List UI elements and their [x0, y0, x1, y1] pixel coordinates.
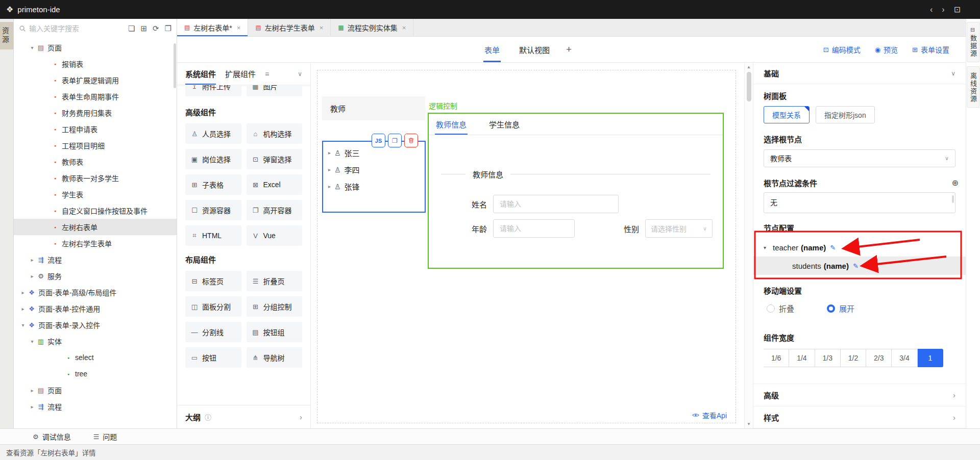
refresh-icon[interactable]: ⟳: [153, 24, 159, 33]
tree-expand-icon[interactable]: ▾: [28, 45, 36, 50]
post-select-item[interactable]: ▣ 岗位选择: [185, 149, 241, 169]
org-select-item[interactable]: ⌂ 机构选择: [247, 123, 303, 144]
chevron-right-icon[interactable]: ›: [300, 413, 302, 421]
tree-item[interactable]: ● 表单扩展逻辑调用: [14, 72, 177, 88]
tree-item[interactable]: ● 自定义窗口操作按钮及事件: [14, 202, 177, 219]
preview-button[interactable]: ◉ 预览: [875, 44, 898, 55]
outline-footer[interactable]: 大纲 ⓘ ›: [177, 405, 310, 428]
props-section-advanced[interactable]: 高级 ›: [753, 384, 966, 406]
delete-button[interactable]: [404, 134, 418, 147]
tree-mode-button[interactable]: 模型关系: [764, 106, 810, 123]
tree-item[interactable]: ▾ ▥ 实体: [14, 333, 177, 349]
width-option[interactable]: 2/3: [866, 349, 892, 367]
scroll-up-icon[interactable]: ▲: [745, 65, 753, 69]
radio-option[interactable]: 折叠: [767, 303, 794, 314]
tree-item[interactable]: ● 工程项目明细: [14, 137, 177, 154]
divider-item[interactable]: ― 分割线: [185, 322, 241, 342]
tree-item[interactable]: ▸ ❖ 页面-表单-高级/布局组件: [14, 284, 177, 300]
radio-option[interactable]: 展开: [827, 303, 854, 314]
width-option[interactable]: 1/3: [815, 349, 841, 367]
tree-item[interactable]: ● 学生表: [14, 186, 177, 202]
props-section-basic[interactable]: 基础 ∨: [753, 63, 966, 84]
html-item[interactable]: ⌗ HTML: [185, 225, 241, 246]
close-icon[interactable]: ×: [237, 24, 241, 32]
search-input[interactable]: [29, 24, 125, 33]
palette-item[interactable]: ▦ 图片: [247, 85, 303, 96]
tree-expand-icon[interactable]: ▸: [28, 257, 36, 263]
node-config-row[interactable]: ▾ teacher (name) ✎: [753, 238, 966, 257]
sidebar-scrollbar-thumb[interactable]: [174, 43, 176, 88]
node-config-row[interactable]: students (name) ✎: [753, 257, 966, 275]
collapse-all-icon[interactable]: ❐: [165, 24, 172, 33]
document-tab[interactable]: ▦ 流程实例实体集 ×: [331, 19, 413, 36]
tree-item[interactable]: ● 工程申请表: [14, 121, 177, 137]
tree-item[interactable]: ▸ ⇶ 流程: [14, 398, 177, 415]
tree-item[interactable]: ● 左树右表单: [14, 219, 177, 235]
tree-expand-icon[interactable]: ▸: [28, 404, 36, 410]
canvas-scrollbar[interactable]: ▲ ▼: [744, 63, 753, 428]
root-node-select[interactable]: 教师表 ∨: [764, 149, 955, 167]
code-mode-button[interactable]: ⊡ 编码模式: [823, 44, 861, 55]
import-page-icon[interactable]: ❏: [128, 24, 135, 33]
collapse-item[interactable]: ☰ 折叠页: [247, 271, 303, 291]
tree-item[interactable]: ● 左树右学生表单: [14, 235, 177, 251]
tree-item[interactable]: ▸ ⇶ 流程: [14, 251, 177, 268]
view-tab[interactable]: 默认视图: [518, 37, 551, 62]
tree-item[interactable]: ● tree: [14, 366, 177, 382]
tree-expand-icon[interactable]: ▸: [19, 290, 27, 295]
add-view-button[interactable]: +: [566, 37, 572, 62]
palette-tab[interactable]: 系统组件: [185, 63, 216, 85]
width-option[interactable]: 1/6: [764, 349, 789, 367]
palette-item[interactable]: ↥ 附件上传: [185, 85, 241, 96]
age-field-input[interactable]: [493, 219, 575, 238]
offline-resource-tab[interactable]: 离线资源: [967, 66, 979, 108]
resource-container-item[interactable]: ☐ 资源容器: [185, 200, 241, 220]
data-source-tab[interactable]: ⊟ 数据源: [967, 22, 979, 62]
bottom-panel-tab[interactable]: ☰ 问题: [93, 431, 117, 442]
name-field-input[interactable]: [493, 195, 619, 213]
form-design-canvas[interactable]: 教师 JS ❐ ▸ ♙ 张: [311, 63, 744, 428]
tabs-item[interactable]: ⊟ 标签页: [185, 271, 241, 291]
tree-item[interactable]: ▾ ▤ 页面: [14, 39, 177, 56]
copy-button[interactable]: ❐: [388, 134, 402, 147]
tree-item[interactable]: ▸ ▤ 页面: [14, 382, 177, 398]
edit-icon[interactable]: ✎: [830, 244, 836, 251]
gender-select[interactable]: 请选择性别 ∨: [645, 219, 713, 238]
sub-table-item[interactable]: ⊞ 子表格: [185, 174, 241, 195]
tree-item[interactable]: ▾ ❖ 页面-表单-录入控件: [14, 317, 177, 333]
tree-expand-icon[interactable]: ▾: [28, 339, 36, 344]
tree-expand-icon[interactable]: ▸: [19, 306, 27, 312]
button-item[interactable]: ▭ 按钮: [185, 347, 241, 368]
person-select-item[interactable]: ♙ 人员选择: [185, 123, 241, 144]
tree-item[interactable]: ● 报销表: [14, 56, 177, 72]
filter-condition-box[interactable]: 无: [764, 192, 955, 213]
group-control-item[interactable]: ⊞ 分组控制: [247, 296, 303, 317]
logic-tab[interactable]: 教师信息: [435, 114, 468, 135]
view-tab[interactable]: 表单: [483, 37, 501, 62]
palette-tab[interactable]: 扩展组件: [225, 63, 256, 85]
palette-menu-icon[interactable]: ≡: [265, 63, 269, 85]
logic-control-container[interactable]: 逻辑控制 教师信息学生信息 教师信息 姓名: [428, 113, 724, 269]
canvas-tree-item[interactable]: ▸ ♙ 张锋: [323, 178, 425, 195]
tree-item[interactable]: ● 财务费用归集表: [14, 105, 177, 121]
vue-item[interactable]: V Vue: [247, 225, 303, 246]
panel-split-item[interactable]: ◫ 面板分割: [185, 296, 241, 317]
width-option[interactable]: 1: [918, 349, 943, 367]
tree-widget-title[interactable]: 教师: [322, 96, 425, 120]
tree-mode-button[interactable]: 指定树形json: [816, 106, 875, 123]
nav-forward-icon[interactable]: ›: [942, 5, 944, 14]
scrollbar-thumb[interactable]: [747, 72, 751, 101]
form-settings-button[interactable]: ⊞ 表单设置: [912, 44, 949, 55]
nav-back-icon[interactable]: ‹: [930, 5, 933, 14]
tree-expand-icon[interactable]: ▾: [19, 322, 27, 328]
chevron-right-icon[interactable]: ▸: [328, 150, 331, 156]
popup-select-item[interactable]: ⊡ 弹窗选择: [247, 149, 303, 169]
add-filter-icon[interactable]: ⊕: [952, 178, 959, 188]
width-option[interactable]: 1/2: [841, 349, 866, 367]
close-icon[interactable]: ×: [320, 24, 324, 32]
nav-tree-item[interactable]: ⋔ 导航树: [247, 347, 303, 368]
logic-tab[interactable]: 学生信息: [488, 114, 521, 135]
tree-widget-selected[interactable]: ▸ ♙ 张三 ▸ ♙ 李四 ▸: [322, 141, 426, 213]
props-section-style[interactable]: 样式 ›: [753, 406, 966, 428]
chevron-down-icon[interactable]: ∨: [298, 63, 302, 85]
